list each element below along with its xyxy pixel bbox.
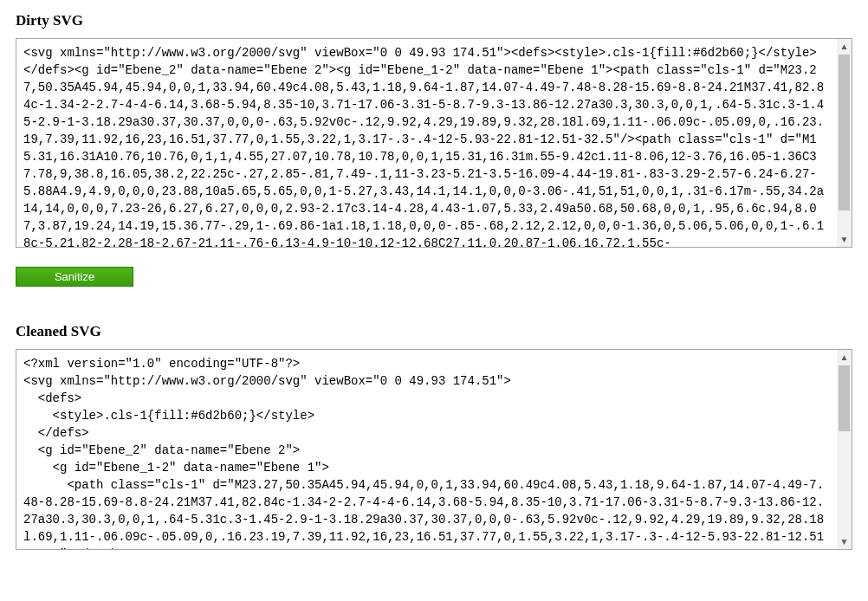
scroll-up-icon[interactable]: ▲ [837,350,852,365]
dirty-scrollbar-thumb[interactable] [839,55,850,210]
cleaned-scrollbar-thumb[interactable] [839,365,850,431]
cleaned-svg-textarea[interactable] [16,350,835,549]
sanitize-button[interactable]: Sanitize [16,267,133,287]
dirty-svg-container: ▲ ▼ [16,38,852,248]
cleaned-svg-container: ▲ ▼ [16,349,852,550]
scroll-up-icon[interactable]: ▲ [837,39,852,54]
dirty-svg-heading: Dirty SVG [16,12,852,29]
dirty-svg-textarea[interactable] [16,39,835,247]
cleaned-scrollbar[interactable]: ▲ ▼ [837,350,852,549]
cleaned-svg-heading: Cleaned SVG [16,323,852,340]
dirty-scrollbar[interactable]: ▲ ▼ [837,39,852,247]
scroll-down-icon[interactable]: ▼ [837,232,852,247]
scroll-down-icon[interactable]: ▼ [837,534,852,549]
